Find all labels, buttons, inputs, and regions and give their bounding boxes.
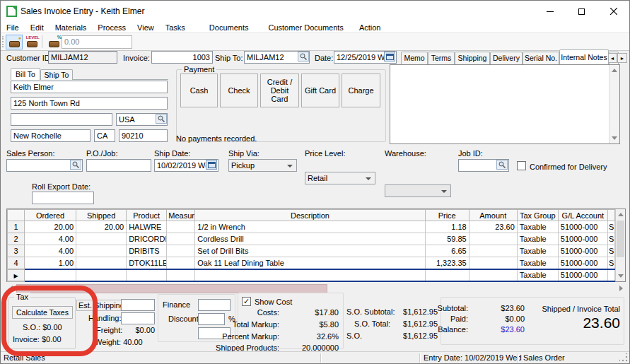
payment-credit-debit-button[interactable]: Credit / Debit Card	[260, 74, 299, 107]
cell-measure[interactable]	[167, 233, 195, 245]
table-row[interactable]: 4 1.00 DTOK11LEAF Oak 11 Leaf Dining Tab…	[8, 257, 615, 269]
scroll-left-icon[interactable]	[9, 286, 13, 291]
col-product[interactable]: Product	[127, 210, 167, 221]
col-tax-group[interactable]: Tax Group	[517, 210, 558, 221]
invoice-number-field[interactable]: 1003	[151, 51, 213, 64]
cell-measure[interactable]	[167, 245, 195, 257]
cell-shipped[interactable]	[76, 257, 127, 269]
cell-price[interactable]	[425, 269, 469, 281]
price-level-icon[interactable]: LEVEL	[23, 35, 40, 49]
tab-memo[interactable]: Memo	[401, 52, 428, 64]
cell-shipped[interactable]	[76, 245, 127, 257]
cell-ordered[interactable]: 1.00	[25, 257, 76, 269]
tab-delivery[interactable]: Delivery	[490, 52, 523, 64]
cell-amount[interactable]	[469, 257, 517, 269]
table-row-new[interactable]: ▶ Taxable 51000-000	[8, 269, 615, 281]
cell-extra[interactable]: S	[607, 233, 614, 245]
menu-process[interactable]: Process	[92, 23, 132, 32]
cell-gl-account[interactable]: 51000-000	[558, 269, 607, 281]
scroll-up-icon[interactable]	[618, 213, 624, 216]
ship-via-dropdown[interactable]: Pickup	[228, 159, 297, 172]
tab-scroll-left-button[interactable]: ◄	[607, 53, 617, 63]
handling-field[interactable]	[121, 312, 155, 324]
tab-ship-to[interactable]: Ship To	[40, 69, 73, 80]
col-price[interactable]: Price	[425, 210, 469, 221]
cell-gl-account[interactable]: 51000-000	[558, 221, 607, 233]
cell-amount[interactable]: 23.60	[469, 221, 517, 233]
cell-description[interactable]	[195, 269, 425, 281]
cell-product[interactable]: DRICORDLESS	[127, 233, 167, 245]
cell-product[interactable]: HALWRE	[127, 221, 167, 233]
price-level-dropdown[interactable]: Retail	[305, 172, 375, 184]
col-description[interactable]: Description	[195, 210, 425, 221]
cell-tax-group[interactable]: Taxable	[517, 269, 558, 281]
maximize-button[interactable]	[566, 1, 597, 22]
warehouse-dropdown[interactable]	[385, 184, 451, 197]
cell-extra[interactable]: S	[607, 221, 614, 233]
cell-gl-account[interactable]: 51000-000	[558, 257, 607, 269]
cell-shipped[interactable]	[76, 269, 127, 281]
show-cost-checkbox[interactable]: ✓	[242, 297, 251, 306]
cell-product[interactable]	[127, 269, 167, 281]
col-gl-account[interactable]: G/L Account	[558, 210, 607, 221]
tab-shipping[interactable]: Shipping	[455, 52, 490, 64]
close-button[interactable]	[597, 1, 629, 22]
cell-extra[interactable]	[607, 269, 614, 281]
menu-materials[interactable]: Materials	[49, 23, 93, 32]
table-row[interactable]: 3 4.00 DRIBITS Set of Drill Bits 6.65 Ta…	[8, 245, 615, 257]
notes-scrollbar[interactable]	[609, 65, 619, 143]
col-extra[interactable]	[607, 210, 614, 221]
cell-ordered[interactable]: 4.00	[25, 245, 76, 257]
tab-internal-notes[interactable]: Internal Notes	[559, 49, 609, 64]
toolbar-grip[interactable]	[2, 36, 4, 47]
cell-price[interactable]: 59.85	[425, 233, 469, 245]
internal-notes-textarea[interactable]	[390, 64, 620, 144]
billto-state-field[interactable]: CA	[94, 129, 115, 142]
cell-tax-group[interactable]: Taxable	[517, 221, 558, 233]
tab-bill-to[interactable]: Bill To	[11, 68, 40, 80]
discount-icon[interactable]: %	[45, 35, 62, 49]
cell-shipped[interactable]: 20.00	[76, 221, 127, 233]
cell-gl-account[interactable]: 51000-000	[558, 245, 607, 257]
cell-description[interactable]: 1/2 in Wrench	[195, 221, 425, 233]
calendar-icon[interactable]	[384, 52, 395, 61]
cell-description[interactable]: Oak 11 Leaf Dining Table	[195, 257, 425, 269]
billto-zip-field[interactable]: 90210	[119, 129, 168, 142]
cell-measure[interactable]	[167, 269, 195, 281]
billto-address1-field[interactable]: 125 North Town Rd	[11, 97, 168, 110]
grid-vscrollbar[interactable]	[615, 209, 625, 281]
cell-measure[interactable]	[167, 221, 195, 233]
toolbar-amount-field[interactable]: 0.00	[62, 35, 132, 49]
billto-address2-field[interactable]	[11, 113, 112, 126]
ship-date-calendar-icon[interactable]	[206, 160, 217, 170]
confirmed-delivery-checkbox[interactable]	[517, 161, 526, 170]
resize-grip[interactable]	[619, 353, 629, 363]
cell-tax-group[interactable]: Taxable	[517, 257, 558, 269]
customer-id-field[interactable]: MILJAM12	[48, 51, 117, 64]
col-measure[interactable]: Measure	[167, 210, 195, 221]
calculate-taxes-button[interactable]: Calculate Taxes	[12, 306, 73, 319]
cell-price[interactable]: 1.18	[425, 221, 469, 233]
tab-serial-no[interactable]: Serial No.	[523, 52, 559, 64]
col-shipped[interactable]: Shipped	[76, 210, 127, 221]
scroll-down-icon[interactable]	[612, 136, 617, 140]
cell-ordered[interactable]	[25, 269, 76, 281]
billto-city-field[interactable]: New Rochelle	[11, 129, 91, 142]
finance-field[interactable]	[198, 299, 231, 311]
scroll-right-icon[interactable]	[619, 286, 623, 291]
cell-shipped[interactable]	[76, 233, 127, 245]
menu-file[interactable]: File	[1, 23, 25, 32]
cell-tax-group[interactable]: Taxable	[517, 233, 558, 245]
sales-person-lookup-button[interactable]	[70, 160, 81, 170]
cell-ordered[interactable]: 4.00	[25, 233, 76, 245]
est-shipping-field[interactable]	[121, 299, 155, 311]
menu-documents[interactable]: Documents	[204, 23, 255, 32]
payment-charge-button[interactable]: Charge	[342, 74, 380, 107]
cell-measure[interactable]	[167, 257, 195, 269]
cell-extra[interactable]: S	[607, 245, 614, 257]
menu-tasks[interactable]: Tasks	[160, 23, 191, 32]
cell-product[interactable]: DTOK11LEAF	[127, 257, 167, 269]
cell-amount[interactable]	[469, 245, 517, 257]
cell-price[interactable]: 1,323.35	[425, 257, 469, 269]
scroll-up-icon[interactable]	[612, 69, 617, 72]
